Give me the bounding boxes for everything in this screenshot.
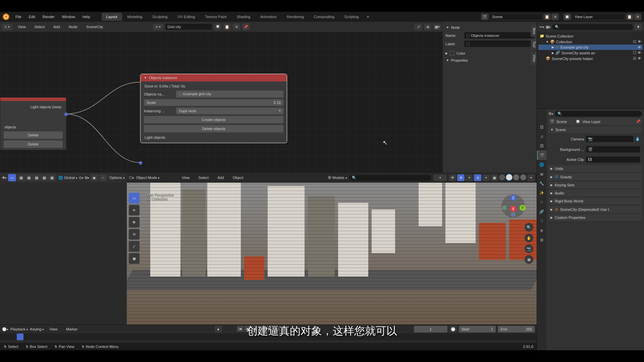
- filter-dropdown[interactable]: ▾: [433, 174, 447, 181]
- end-frame-input[interactable]: End250: [498, 326, 535, 333]
- outliner-mode-dropdown[interactable]: ▦▾: [546, 25, 551, 29]
- visibility-icon[interactable]: ☑: [633, 56, 636, 61]
- color-checkbox[interactable]: [450, 51, 454, 56]
- menu-help[interactable]: Help: [79, 13, 94, 20]
- scene-browse-icon[interactable]: 🎬: [481, 13, 488, 20]
- workspace-tab-texture[interactable]: Texture Paint: [200, 13, 231, 21]
- viewport-menu-add[interactable]: Add: [214, 174, 227, 181]
- autokey-icon[interactable]: ●: [215, 326, 222, 333]
- timeline-view-menu[interactable]: View: [46, 326, 61, 333]
- arrow-icon[interactable]: ↗: [415, 23, 422, 30]
- node-tree-type-dropdown[interactable]: ⌗▾: [153, 24, 163, 30]
- panel-node-header[interactable]: ▼Node⠿: [445, 24, 534, 30]
- tree-row-scenecity-assets[interactable]: ▶🔗SceneCity assets an ☐👁: [538, 50, 643, 56]
- workspace-tab-compositing[interactable]: Compositing: [309, 13, 339, 21]
- select-tool[interactable]: ▭: [129, 193, 140, 203]
- background-field[interactable]: 🎬: [586, 146, 640, 153]
- pin-icon[interactable]: 📌: [242, 23, 250, 30]
- menu-render[interactable]: Render: [39, 13, 58, 20]
- node-tree-copy-button[interactable]: 📋: [223, 23, 231, 30]
- eye-icon[interactable]: 👁: [638, 45, 641, 49]
- node-menu-scenecity[interactable]: SceneCity: [83, 23, 106, 30]
- custom-props-section[interactable]: ▶Custom Properties: [548, 214, 642, 221]
- tree-row-collection[interactable]: ▼📦Collection ☑👁: [538, 39, 643, 45]
- camera-field[interactable]: 📷: [586, 136, 633, 142]
- layer-delete-button[interactable]: ✕: [634, 13, 641, 20]
- keying-sets-section[interactable]: ▶Keying Sets: [548, 182, 642, 188]
- sidebar-tab-tool[interactable]: Tool: [531, 39, 537, 50]
- pin-icon[interactable]: 📌: [636, 119, 641, 124]
- keying-dropdown[interactable]: Keying ▾: [30, 327, 44, 331]
- current-frame-input[interactable]: 1: [414, 326, 447, 333]
- visibility-icon[interactable]: ☑: [633, 40, 636, 44]
- scene-section-header[interactable]: ▼Scene: [548, 126, 642, 133]
- audio-section[interactable]: ▶Audio: [548, 190, 642, 196]
- prop-tab-physics[interactable]: ⚛: [537, 197, 546, 207]
- node-label-input[interactable]: ⬚: [464, 41, 534, 47]
- material-shading[interactable]: [513, 174, 519, 180]
- add-workspace-button[interactable]: +: [364, 13, 372, 20]
- node-menu-view[interactable]: View: [14, 23, 29, 30]
- wireframe-shading[interactable]: [499, 174, 505, 180]
- create-objects-button[interactable]: Create objects: [144, 116, 283, 123]
- workspace-tab-sculpting[interactable]: Sculpting: [148, 13, 172, 21]
- viewport-menu-select[interactable]: Select: [195, 174, 212, 181]
- node-menu-add[interactable]: Add: [50, 23, 63, 30]
- gizmo-dropdown[interactable]: ▾: [466, 174, 473, 181]
- rotate-tool[interactable]: ⟲: [129, 229, 140, 240]
- light-objects-node[interactable]: Light objects (new) objects Delete Delet…: [0, 97, 66, 150]
- instancing-dropdown[interactable]: Dupli verts ▾: [176, 108, 283, 114]
- scenecity-section[interactable]: ▶⚠SceneCity (Deprecated! Use t: [548, 206, 642, 213]
- pan-icon[interactable]: ✋: [525, 234, 533, 242]
- prop-tab-texture[interactable]: ▦: [537, 235, 546, 244]
- viewport-search[interactable]: 🔍: [349, 175, 431, 181]
- eye-icon[interactable]: 👁: [638, 51, 641, 55]
- perspective-icon[interactable]: ▦: [525, 255, 533, 264]
- jump-start-button[interactable]: |◀: [237, 326, 244, 332]
- units-section[interactable]: ▶Units: [548, 165, 642, 172]
- gravity-section[interactable]: ▶☑Gravity: [548, 173, 642, 180]
- scene-delete-button[interactable]: ✕: [551, 13, 559, 20]
- timeline-marker-menu[interactable]: Marker: [63, 326, 81, 333]
- tool-dropdown[interactable]: ✥▾: [2, 176, 7, 180]
- workspace-tab-layout[interactable]: Layout: [102, 13, 122, 21]
- editor-type-dropdown[interactable]: ⌗▾: [2, 24, 12, 30]
- proportional-type-icon[interactable]: ∩: [99, 174, 107, 181]
- viewlayer-name-input[interactable]: [572, 13, 625, 20]
- workspace-tab-shading[interactable]: Shading: [232, 13, 255, 21]
- filter-icon[interactable]: ▼: [635, 23, 642, 30]
- tool-icon[interactable]: ▦: [33, 174, 40, 181]
- rendered-shading[interactable]: [520, 174, 526, 180]
- layer-new-button[interactable]: 📋: [626, 13, 633, 20]
- playback-dropdown[interactable]: Playback ▾: [10, 327, 28, 331]
- tool-icon[interactable]: ▦: [25, 174, 33, 181]
- solid-shading[interactable]: [506, 174, 512, 180]
- output-socket[interactable]: [64, 113, 68, 116]
- scene-name-input[interactable]: [489, 13, 543, 20]
- eyedropper-icon[interactable]: 💧: [635, 137, 640, 141]
- gravity-checkbox[interactable]: ☑: [555, 175, 558, 179]
- node-menu-node[interactable]: Node: [65, 23, 81, 30]
- workspace-tab-scripting[interactable]: Scripting: [340, 13, 364, 21]
- select-box-tool[interactable]: ▭: [8, 174, 16, 181]
- node-tree-unlink-button[interactable]: ✕: [233, 23, 240, 30]
- playhead[interactable]: [17, 334, 23, 340]
- shading-dropdown[interactable]: ▾: [527, 174, 535, 181]
- prop-tab-constraints[interactable]: 🔗: [537, 207, 546, 216]
- snap-icon[interactable]: ⊕: [424, 23, 431, 30]
- delete-button[interactable]: Delete: [4, 131, 63, 139]
- input-socket[interactable]: [139, 161, 142, 165]
- viewport-menu-object[interactable]: Object: [229, 174, 247, 181]
- clock-icon[interactable]: 🕐: [449, 326, 457, 333]
- viewport-menu-view[interactable]: View: [178, 174, 193, 181]
- proportional-edit-icon[interactable]: ◉: [91, 174, 98, 181]
- eye-icon[interactable]: 👁: [638, 56, 641, 61]
- tree-row-example-grid-city[interactable]: ▶〰Example grid city 👁: [538, 45, 643, 50]
- workspace-tab-rendering[interactable]: Rendering: [282, 13, 309, 21]
- layer-browse-icon[interactable]: 🔲: [564, 13, 571, 20]
- menu-file[interactable]: File: [12, 13, 25, 20]
- overlay-toggle-icon[interactable]: ⊚: [474, 174, 481, 181]
- camera-icon[interactable]: 📷: [525, 244, 533, 253]
- xray-icon[interactable]: ▣: [491, 174, 498, 181]
- snap-options-dropdown[interactable]: ▦▾: [433, 23, 441, 30]
